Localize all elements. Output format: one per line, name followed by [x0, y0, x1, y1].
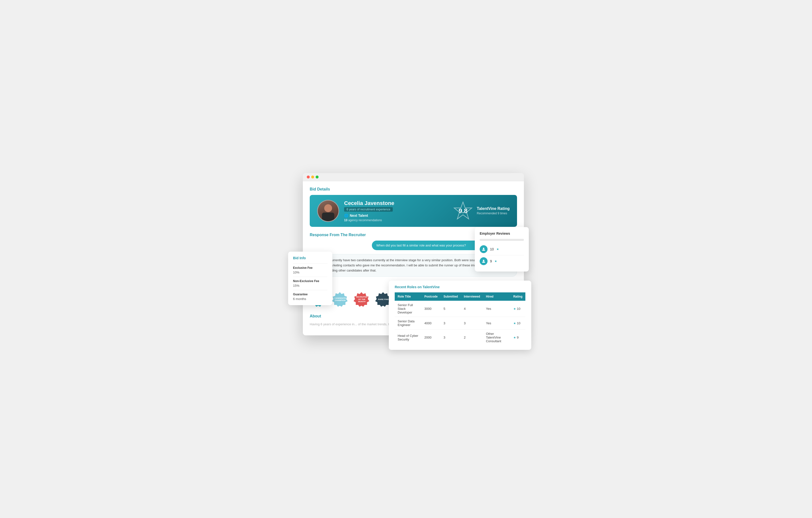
person-icon-1 [482, 247, 486, 251]
avatar-image [318, 201, 339, 221]
bid-info-guarantee: Guarantee 6 months [293, 293, 327, 301]
row1-postcode: 3000 [422, 301, 441, 317]
guarantee-label: Guarantee [293, 293, 327, 296]
maximize-dot[interactable] [316, 176, 319, 179]
row3-title: Head of Cyber Security [395, 330, 422, 346]
profile-banner: Cecelia Javenstone 6 years of recruitmen… [310, 195, 517, 227]
exclusive-fee-value: 10% [293, 271, 327, 274]
table-row: Head of Cyber Security 2000 3 2 Other Ta… [395, 330, 525, 346]
recent-roles-card: Recent Roles on TalentVine Role Title Po… [389, 281, 531, 350]
review-avatar-icon-2 [480, 257, 488, 265]
row3-interviewed: 2 [461, 330, 483, 346]
row1-interviewed: 4 [461, 301, 483, 317]
reviews-gray-bar-1 [480, 239, 524, 241]
bid-info-nonexclusive: Non-Exclusive Fee 15% [293, 279, 327, 287]
person-icon-2 [482, 259, 486, 264]
badge-recruiter-label: RECRUITEROF THEMONTH [355, 296, 369, 303]
badge-champion-label: CANDIDATECHAMPION [333, 297, 347, 302]
non-exclusive-fee-label: Non-Exclusive Fee [293, 279, 327, 283]
profile-recommendations: 13 agency recommendations [344, 218, 448, 222]
avatar-body [322, 213, 334, 221]
table-header-row: Role Title Postcode Submitted Interviewe… [395, 293, 525, 301]
profile-agency: 🌐 Next Talent [344, 214, 448, 217]
rating-sub: Recommended 9 times [477, 212, 507, 215]
recommendations-count: 13 [344, 218, 347, 222]
table-row: Senior Data Engineer 4000 3 3 Yes ★ 10 [395, 317, 525, 330]
col-role-title: Role Title [395, 293, 422, 301]
minimize-dot[interactable] [311, 176, 314, 179]
globe-icon: 🌐 [344, 214, 348, 217]
row2-rating-value: 10 [517, 322, 520, 325]
svg-point-6 [483, 248, 484, 249]
col-interviewed: Interviewed [461, 293, 483, 301]
row3-rating-value: 9 [517, 336, 519, 339]
table-row: Senior Full Stack Developer 3000 5 4 Yes… [395, 301, 525, 317]
recent-roles-title: Recent Roles on TalentVine [395, 285, 525, 289]
rating-star: 9.8 [453, 201, 473, 221]
row2-postcode: 4000 [422, 317, 441, 330]
col-submitted: Submitted [441, 293, 461, 301]
roles-table: Role Title Postcode Submitted Interviewe… [395, 293, 525, 345]
row3-submitted: 3 [441, 330, 461, 346]
bid-info-divider-2 [293, 277, 327, 277]
review-score-2: 9 [490, 259, 492, 263]
row1-title: Senior Full Stack Developer [395, 301, 422, 317]
bid-info-card: Bid Info Exclusive Fee 10% Non-Exclusive… [288, 252, 332, 305]
bid-info-divider-3 [293, 290, 327, 290]
row3-postcode: 2000 [422, 330, 441, 346]
review-star-1: ★ [496, 247, 499, 251]
exclusive-fee-label: Exclusive Fee [293, 266, 327, 270]
avatar-head [324, 204, 332, 212]
row1-hired: Yes [483, 301, 510, 317]
rating-label-section: TalentVine Rating Recommended 9 times [477, 207, 510, 215]
review-score-1: 10 [490, 247, 494, 251]
window-titlebar [303, 173, 524, 181]
review-star-2: ★ [494, 260, 497, 263]
star-icon-1: ★ [513, 307, 516, 310]
profile-avatar [317, 200, 339, 222]
col-rating: Rating [511, 293, 525, 301]
review-avatar-icon-1 [480, 245, 488, 253]
col-hired: Hired [483, 293, 510, 301]
profile-info: Cecelia Javenstone 6 years of recruitmen… [344, 200, 448, 222]
col-postcode: Postcode [422, 293, 441, 301]
non-exclusive-fee-value: 15% [293, 284, 327, 287]
row1-rating-value: 10 [517, 307, 520, 310]
svg-point-7 [483, 260, 484, 261]
star-icon-2: ★ [513, 322, 516, 325]
close-dot[interactable] [307, 176, 310, 179]
row2-title: Senior Data Engineer [395, 317, 422, 330]
bid-info-title: Bid Info [293, 256, 327, 260]
employer-reviews-card: Employer Reviews 10 ★ 9 ★ [475, 227, 529, 272]
row2-interviewed: 3 [461, 317, 483, 330]
review-item-2: 9 ★ [480, 255, 524, 267]
row2-hired: Yes [483, 317, 510, 330]
review-item-1: 10 ★ [480, 243, 524, 255]
badge-recruiter-month: RECRUITEROF THEMONTH [353, 291, 371, 308]
avatar-person [322, 204, 334, 221]
rating-section: 9.8 TalentVine Rating Recommended 9 time… [453, 201, 510, 221]
profile-experience: 6 years of recruitment experience [344, 207, 393, 212]
scene: Bid Info Exclusive Fee 10% Non-Exclusive… [288, 173, 524, 345]
guarantee-value: 6 months [293, 297, 327, 301]
employer-reviews-title: Employer Reviews [480, 232, 524, 236]
row3-hired: Other TalentVine Consultant [483, 330, 510, 346]
row2-rating: ★ 10 [511, 317, 525, 330]
star-icon-3: ★ [513, 336, 516, 339]
bid-details-title: Bid Details [310, 187, 517, 191]
badge-candidate-champion: CANDIDATECHAMPION [331, 291, 349, 308]
profile-name: Cecelia Javenstone [344, 200, 448, 207]
row2-submitted: 3 [441, 317, 461, 330]
row3-rating: ★ 9 [511, 330, 525, 346]
rating-title: TalentVine Rating [477, 207, 510, 211]
agency-name: Next Talent [350, 214, 368, 217]
row1-submitted: 5 [441, 301, 461, 317]
row1-rating: ★ 10 [511, 301, 525, 317]
bid-info-exclusive: Exclusive Fee 10% [293, 266, 327, 274]
badge-rare-label: RARE FIND [377, 298, 390, 301]
rating-number: 9.8 [459, 207, 467, 215]
